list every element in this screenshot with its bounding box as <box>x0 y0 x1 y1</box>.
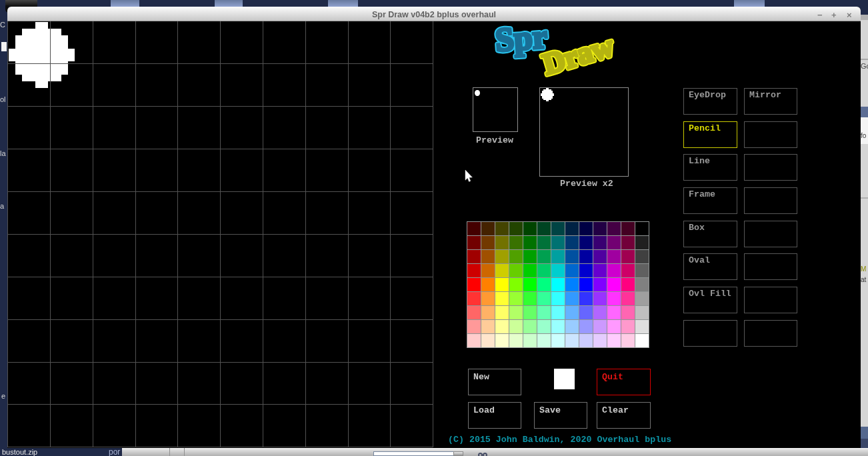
svg-text:Draw: Draw <box>539 29 618 81</box>
